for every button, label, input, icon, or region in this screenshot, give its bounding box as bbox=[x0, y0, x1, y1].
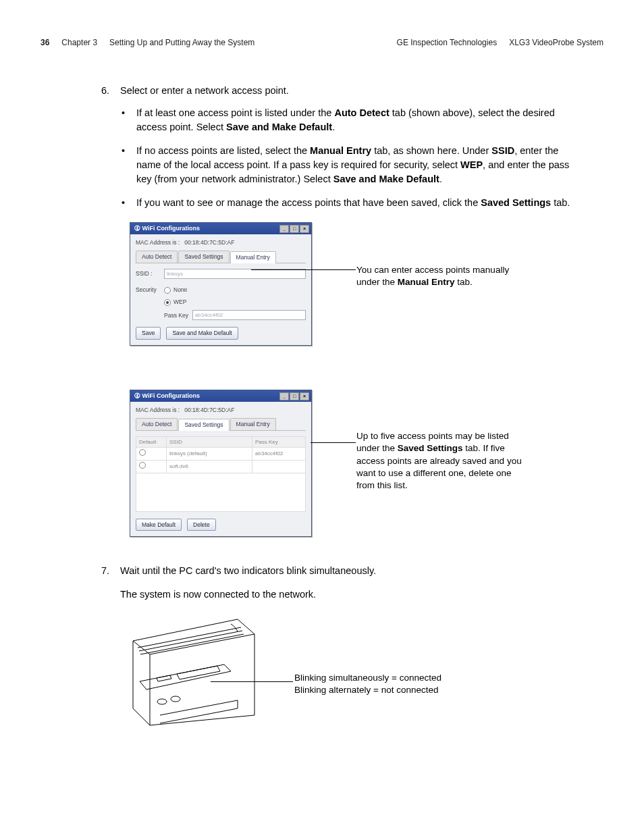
radio-none[interactable] bbox=[164, 287, 171, 294]
ssid-label: SSID : bbox=[136, 269, 164, 278]
callout-line-2 bbox=[311, 442, 356, 443]
figure-manual-entry: 🛈 WiFi Configurations _ □ × MAC Address … bbox=[130, 222, 581, 371]
delete-button[interactable]: Delete bbox=[187, 519, 216, 531]
svg-point-0 bbox=[157, 699, 167, 704]
close-icon[interactable]: × bbox=[300, 392, 309, 400]
figure-saved-settings: 🛈 WiFi Configurations _ □ × MAC Address … bbox=[130, 390, 581, 545]
wifi-tabs: Auto Detect Saved Settings Manual Entry bbox=[136, 251, 306, 263]
step-6-bullets: If at least one access point is listed u… bbox=[122, 106, 581, 210]
row-radio[interactable] bbox=[139, 462, 146, 469]
save-button[interactable]: Save bbox=[136, 327, 161, 339]
mac-address-line: MAC Address is : 00:18:4D:7C:5D:AF bbox=[136, 238, 306, 246]
passkey-row: Pass Key ab34cc4f02 bbox=[164, 310, 306, 320]
tab-manual-entry[interactable]: Manual Entry bbox=[230, 251, 276, 263]
window-controls: _ □ × bbox=[279, 225, 309, 233]
tab-saved-settings[interactable]: Saved Settings bbox=[178, 251, 229, 262]
table-empty-space bbox=[136, 473, 306, 511]
callout-manual-entry: You can enter access points manually und… bbox=[356, 264, 532, 288]
page-number: 36 bbox=[41, 38, 49, 47]
security-row: Security None bbox=[136, 286, 306, 294]
table-header-row: Default SSID Pass Key bbox=[136, 436, 306, 448]
svg-point-1 bbox=[171, 696, 180, 702]
tab-saved-settings[interactable]: Saved Settings bbox=[178, 419, 229, 430]
manual-page: 36 Chapter 3 Setting Up and Putting Away… bbox=[0, 0, 644, 834]
product-name: XLG3 VideoProbe System bbox=[509, 38, 603, 47]
make-default-button[interactable]: Make Default bbox=[136, 519, 182, 531]
window-title: WiFi Configurations bbox=[142, 225, 200, 232]
maximize-icon[interactable]: □ bbox=[290, 225, 299, 233]
window-controls: _ □ × bbox=[279, 392, 309, 400]
step-6: 6. Select or enter a network access poin… bbox=[101, 84, 581, 98]
step-number: 7. bbox=[101, 564, 120, 602]
security-row-wep: WEP bbox=[136, 298, 306, 306]
step-text-2: The system is now connected to the netwo… bbox=[120, 588, 581, 602]
row-radio[interactable] bbox=[139, 449, 146, 456]
col-ssid: SSID bbox=[167, 436, 252, 448]
window-titlebar: 🛈 WiFi Configurations _ □ × bbox=[130, 390, 311, 402]
radio-wep[interactable] bbox=[164, 299, 171, 306]
page-header: 36 Chapter 3 Setting Up and Putting Away… bbox=[41, 38, 603, 47]
company-name: GE Inspection Technologies bbox=[397, 38, 498, 47]
minimize-icon[interactable]: _ bbox=[279, 225, 289, 233]
step-text: Select or enter a network access point. bbox=[120, 84, 581, 98]
passkey-label: Pass Key bbox=[164, 311, 188, 319]
col-default: Default bbox=[136, 436, 167, 448]
figure-hardware: Blinking simultaneously = connected Blin… bbox=[130, 614, 581, 735]
step-7: 7. Wait until the PC card's two indicato… bbox=[101, 564, 581, 602]
callout-saved-settings: Up to five access points may be listed u… bbox=[356, 430, 525, 492]
bullet-2: If no access points are listed, select t… bbox=[122, 144, 581, 186]
col-passkey: Pass Key bbox=[252, 436, 306, 448]
minimize-icon[interactable]: _ bbox=[279, 392, 289, 400]
pc-card-illustration bbox=[130, 614, 258, 729]
passkey-input[interactable]: ab34cc4f02 bbox=[192, 310, 306, 320]
window-titlebar: 🛈 WiFi Configurations _ □ × bbox=[130, 223, 311, 234]
wifi-config-window-saved: 🛈 WiFi Configurations _ □ × MAC Address … bbox=[130, 390, 312, 537]
page-content: 6. Select or enter a network access poin… bbox=[101, 84, 581, 735]
step-text: Wait until the PC card's two indicators … bbox=[120, 564, 581, 578]
bullet-1: If at least one access point is listed u… bbox=[122, 106, 581, 134]
chapter-label: Chapter 3 bbox=[61, 38, 97, 47]
step-number: 6. bbox=[101, 84, 120, 98]
callout-line-1 bbox=[251, 269, 356, 270]
mac-address-line: MAC Address is : 00:18:4D:7C:5D:AF bbox=[136, 406, 306, 414]
tab-auto-detect[interactable]: Auto Detect bbox=[136, 418, 178, 429]
save-make-default-button[interactable]: Save and Make Default bbox=[166, 327, 238, 339]
callout-line-3 bbox=[211, 681, 293, 682]
bullet-3: If you want to see or manage the access … bbox=[122, 196, 581, 210]
security-label: Security bbox=[136, 286, 164, 294]
table-row[interactable]: linksys (default) ab34cc4f02 bbox=[136, 448, 306, 461]
tab-manual-entry[interactable]: Manual Entry bbox=[230, 418, 276, 429]
window-title: WiFi Configurations bbox=[142, 392, 200, 399]
saved-access-points-table: Default SSID Pass Key linksys (default) … bbox=[136, 436, 306, 512]
close-icon[interactable]: × bbox=[300, 225, 309, 233]
maximize-icon[interactable]: □ bbox=[290, 392, 299, 400]
wifi-config-window-manual: 🛈 WiFi Configurations _ □ × MAC Address … bbox=[130, 222, 312, 346]
tab-auto-detect[interactable]: Auto Detect bbox=[136, 251, 178, 262]
table-row[interactable]: soft.dv6 bbox=[136, 460, 306, 473]
callout-blinking: Blinking simultaneously = connected Blin… bbox=[294, 672, 470, 696]
wifi-tabs: Auto Detect Saved Settings Manual Entry bbox=[136, 418, 306, 430]
chapter-title: Setting Up and Putting Away the System bbox=[109, 38, 254, 47]
